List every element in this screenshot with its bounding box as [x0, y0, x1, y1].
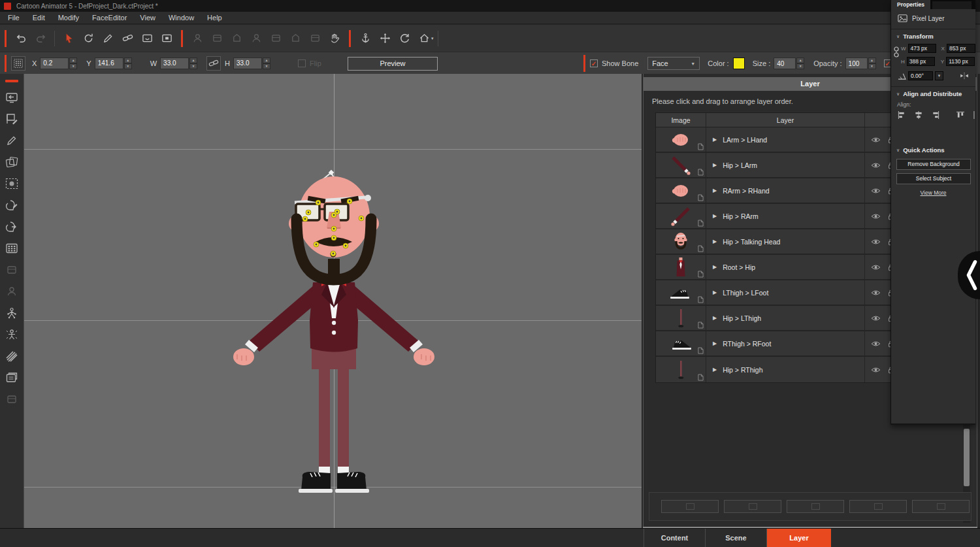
h-stepper[interactable]: ▲▼ — [263, 58, 270, 69]
sprite-select-icon[interactable] — [5, 176, 19, 191]
distribute-icon[interactable] — [973, 111, 975, 119]
view-more-link[interactable]: View More — [891, 190, 975, 196]
x-input[interactable] — [40, 58, 69, 69]
move-icon[interactable] — [376, 30, 393, 47]
motion-capture-icon[interactable] — [5, 327, 19, 342]
link-tool-icon[interactable] — [119, 30, 136, 47]
expander-icon[interactable]: ▶ — [713, 367, 717, 373]
opacity-stepper[interactable]: ▲▼ — [868, 58, 876, 69]
preview-button[interactable]: Preview — [348, 57, 438, 71]
export-layers-icon[interactable] — [5, 371, 19, 385]
link-wh-icon[interactable] — [894, 46, 899, 59]
x-input[interactable]: 853 px — [947, 44, 975, 53]
select-subject-button[interactable]: Select Subject — [896, 173, 971, 184]
w-input[interactable] — [160, 58, 189, 69]
expander-icon[interactable]: ▶ — [713, 239, 717, 244]
chevron-down-icon: ∨ — [896, 91, 900, 97]
y-label: Y — [86, 59, 91, 67]
transform-tool-icon[interactable] — [80, 30, 97, 47]
expander-icon[interactable]: ▶ — [713, 315, 717, 321]
bone-editor-icon[interactable] — [5, 306, 19, 320]
anchor-point-grid-icon[interactable] — [11, 56, 25, 71]
tab-properties[interactable]: Properties — [891, 0, 930, 9]
home-dropdown-caret[interactable]: ▾ — [431, 36, 434, 41]
transform-section-header[interactable]: ∨ Transform — [896, 33, 934, 40]
align-center-icon[interactable] — [915, 111, 923, 119]
anchor-icon[interactable] — [357, 30, 374, 47]
visibility-icon[interactable] — [871, 239, 881, 245]
face-puppet-icon[interactable] — [5, 198, 19, 212]
select-tool-icon[interactable] — [60, 30, 77, 47]
y-stepper[interactable]: ▲▼ — [124, 58, 132, 69]
h-input[interactable]: 388 px — [907, 57, 935, 66]
tab-layer[interactable]: Layer — [767, 529, 831, 547]
visibility-icon[interactable] — [871, 264, 881, 271]
h-input[interactable] — [233, 58, 262, 69]
menu-edit[interactable]: Edit — [26, 14, 52, 22]
expander-icon[interactable]: ▶ — [713, 290, 717, 295]
scrollbar-thumb[interactable] — [964, 429, 970, 486]
menu-help[interactable]: Help — [201, 14, 229, 22]
home-icon[interactable] — [416, 30, 433, 47]
x-stepper[interactable]: ▲▼ — [69, 58, 77, 69]
mask-editor-icon[interactable] — [5, 112, 19, 126]
bone-color-swatch[interactable] — [733, 58, 745, 69]
menu-file[interactable]: File — [1, 14, 26, 22]
angle-dropdown-caret[interactable]: ▼ — [935, 71, 943, 80]
w-stepper[interactable]: ▲▼ — [189, 58, 197, 69]
tab-scene[interactable]: Scene — [706, 529, 767, 547]
link-wh-icon[interactable] — [206, 56, 221, 71]
menu-faceeditor[interactable]: FaceEditor — [86, 14, 133, 22]
menu-modify[interactable]: Modify — [52, 14, 86, 22]
menu-window[interactable]: Window — [162, 14, 201, 22]
menu-view[interactable]: View — [133, 14, 162, 22]
spring-icon[interactable] — [5, 349, 19, 363]
show-bone-checkbox[interactable]: ✓ — [590, 59, 598, 67]
sprite-tool-icon[interactable] — [158, 30, 175, 47]
pen-tool-icon[interactable] — [99, 30, 116, 47]
pen-tool-icon[interactable] — [5, 133, 19, 148]
stage-canvas[interactable] — [24, 74, 642, 528]
w-input[interactable]: 473 px — [908, 44, 936, 53]
y-input[interactable] — [95, 58, 123, 69]
align-top-icon[interactable] — [956, 111, 964, 119]
y-input[interactable]: 1130 px — [946, 57, 975, 66]
visibility-icon[interactable] — [871, 213, 881, 220]
inactive-tab[interactable] — [932, 1, 972, 9]
align-section-header[interactable]: ∨ Align and Distribute — [896, 90, 962, 97]
character-sprite[interactable] — [229, 163, 438, 500]
visibility-icon[interactable] — [871, 290, 881, 296]
tab-content[interactable]: Content — [644, 529, 706, 547]
back-to-stage-icon[interactable] — [5, 90, 19, 105]
expander-icon[interactable]: ▶ — [713, 188, 717, 193]
keypad-icon[interactable] — [5, 241, 19, 256]
remove-background-button[interactable]: Remove Background — [896, 159, 971, 170]
mask-tool-icon[interactable] — [139, 30, 155, 47]
visibility-icon[interactable] — [871, 162, 881, 169]
expander-icon[interactable]: ▶ — [713, 162, 717, 168]
rotate-icon[interactable] — [396, 30, 413, 47]
face-key-icon[interactable] — [5, 220, 19, 234]
expander-icon[interactable]: ▶ — [713, 137, 717, 142]
align-left-icon[interactable] — [898, 111, 906, 119]
angle-input[interactable]: 0.00° — [908, 71, 933, 80]
bone-target-dropdown[interactable]: Face ▼ — [647, 57, 700, 70]
visibility-icon[interactable] — [871, 188, 881, 194]
visibility-icon[interactable] — [871, 340, 881, 347]
align-right-icon[interactable] — [932, 111, 939, 119]
visibility-icon[interactable] — [871, 367, 881, 373]
expander-icon[interactable]: ▶ — [713, 340, 717, 346]
visibility-icon[interactable] — [871, 137, 881, 143]
quick-actions-header[interactable]: ∨ Quick Actions — [896, 146, 945, 154]
layers-icon[interactable] — [5, 155, 19, 169]
expander-icon[interactable]: ▶ — [713, 213, 717, 219]
size-stepper[interactable]: ▲▼ — [796, 58, 804, 69]
size-input[interactable] — [774, 58, 796, 69]
hand-tool-icon[interactable] — [326, 30, 343, 47]
visibility-icon[interactable] — [871, 315, 881, 322]
expander-icon[interactable]: ▶ — [713, 264, 717, 270]
flip-horizontal-icon[interactable] — [960, 73, 969, 79]
title-bar: Cartoon Animator 5 - DefProject_Dark.ctP… — [0, 0, 980, 12]
undo-icon[interactable] — [12, 30, 29, 47]
opacity-input[interactable] — [845, 58, 868, 69]
